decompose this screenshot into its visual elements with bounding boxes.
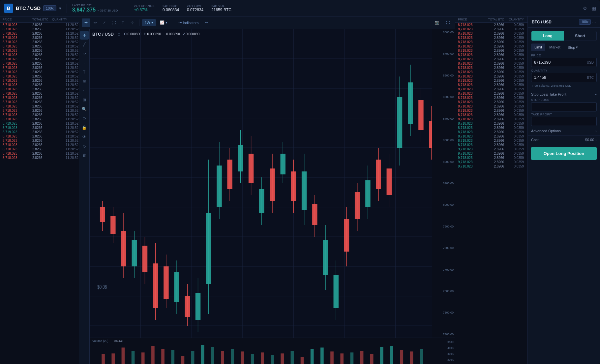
order-book-row[interactable]: 8,718.023 2.8266 0.0359	[455, 36, 527, 40]
cost-row[interactable]: Cost: $0.00 ›	[528, 136, 600, 144]
draw-measure[interactable]: ⊞	[80, 96, 89, 104]
order-book-row[interactable]: 8,718.023 2.8266 0.0359	[455, 138, 527, 143]
dropdown-arrow-icon[interactable]: ▾	[59, 6, 61, 11]
price-field[interactable]: 8716.390 USD	[531, 58, 597, 67]
draw-shapes[interactable]: ◇	[80, 142, 89, 150]
trade-row[interactable]: 8,718.023 2.8266 11:20:52	[0, 147, 79, 151]
long-tab[interactable]: Long	[531, 31, 564, 41]
order-more-icon[interactable]: ⋯	[592, 20, 596, 24]
trade-row[interactable]: 8,718.023 2.8266 11:20:52	[0, 83, 79, 87]
order-book-row[interactable]: 8,718.023 2.8266 0.0359	[455, 113, 527, 117]
trade-row[interactable]: 8,718.023 2.8266 11:20:52	[0, 134, 79, 138]
order-book-row[interactable]: 8,718.023 2.8266 0.0359	[455, 74, 527, 78]
order-book-row[interactable]: 8,718.023 2.8266 0.0359	[455, 134, 527, 138]
order-book-row[interactable]: 8,718.023 2.8266 0.0359	[455, 40, 527, 44]
trade-row[interactable]: 8,718.023 2.8266 11:20:52	[0, 108, 79, 113]
trade-row[interactable]: 8,718.023 2.8266 11:20:52	[0, 91, 79, 96]
trade-row[interactable]: 8,718.023 2.8266 11:20:52	[0, 36, 79, 40]
order-book-row[interactable]: 8,718.023 2.8266 0.0359	[455, 126, 527, 130]
order-leverage-badge[interactable]: 100x	[579, 19, 591, 25]
order-book-row[interactable]: 8,718.023 2.8266 0.0359	[455, 48, 527, 53]
trade-row[interactable]: 8,718.023 2.8266 11:20:52	[0, 100, 79, 104]
trade-row[interactable]: 8,719.023 2.8266 11:20:52	[0, 130, 79, 134]
trade-row[interactable]: 8,718.023 2.8266 11:20:52	[0, 27, 79, 31]
order-book-row[interactable]: 8,718.023 2.8266 0.0359	[455, 27, 527, 31]
order-book-row[interactable]: 8,718.023 2.8266 0.0359	[455, 117, 527, 121]
trade-row[interactable]: 8,718.023 2.8266 11:20:52	[0, 78, 79, 83]
settings-icon[interactable]: ⚙	[583, 6, 587, 11]
timeframe-btn[interactable]: 1W ▾	[142, 19, 156, 26]
order-book-row[interactable]: 8,718.023 2.8266 0.0359	[455, 57, 527, 61]
draw-crosshair[interactable]: ✛	[80, 31, 89, 40]
trade-row[interactable]: 8,718.023 2.8266 11:20:52	[0, 104, 79, 108]
take-profit-field[interactable]	[531, 117, 597, 126]
order-book-row[interactable]: 8,718.023 2.8266 0.0359	[455, 130, 527, 134]
draw-eye[interactable]: 👁	[80, 133, 89, 141]
trade-row[interactable]: 8,718.023 2.8266 11:20:52	[0, 96, 79, 100]
trade-row[interactable]: 8,718.023 2.8266 11:20:52	[0, 53, 79, 57]
limit-tab[interactable]: Limit	[531, 44, 545, 51]
fullscreen-btn[interactable]: ⛶	[443, 19, 452, 26]
draw-ray[interactable]: →	[80, 59, 89, 67]
order-book-row[interactable]: 8,718.023 2.8266 0.0359	[455, 100, 527, 104]
draw-line[interactable]: ╱	[80, 40, 89, 49]
order-book-row[interactable]: 8,718.023 2.8266 0.0359	[455, 78, 527, 83]
order-book-row[interactable]: 9,718.023 2.8266 0.0359	[455, 164, 527, 168]
draw-magnet[interactable]: ⊃	[80, 114, 89, 123]
order-book-row[interactable]: 8,718.023 2.8266 0.0359	[455, 96, 527, 100]
draw-delete[interactable]: 🗑	[80, 151, 89, 160]
order-book-row[interactable]: 9,718.023 2.8266 0.0359	[455, 156, 527, 160]
trade-row[interactable]: 8,718.023 2.8266 11:20:52	[0, 23, 79, 27]
quantity-field[interactable]: 1.4458 BTC	[531, 73, 597, 82]
text-tool[interactable]: T	[119, 18, 127, 27]
sl-tp-section-row[interactable]: Stop Loss/ Take Profit ▾	[528, 90, 600, 98]
order-book-row[interactable]: 8,718.023 2.8266 0.0359	[455, 53, 527, 57]
trade-row[interactable]: 8,718.023 2.8266 11:20:52	[0, 143, 79, 147]
order-book-row[interactable]: 8,718.023 2.8266 0.0359	[455, 83, 527, 87]
order-book-row[interactable]: 8,718.023 2.8266 0.0359	[455, 44, 527, 48]
draw-multi[interactable]: ⤻	[80, 49, 89, 58]
draw-text[interactable]: T	[80, 68, 89, 76]
order-book-row[interactable]: 8,718.023 2.8266 0.0359	[455, 91, 527, 96]
trade-row[interactable]: 8,718.023 2.8266 11:20:52	[0, 40, 79, 44]
draw-lock[interactable]: 🔒	[80, 123, 89, 132]
chart-canvas[interactable]: BTC / USD □ O 0.000890 H 0.000890 L 0.00…	[90, 29, 455, 364]
trade-row[interactable]: 8,719.023 2.8266 11:20:52	[0, 126, 79, 130]
order-book-row[interactable]: 8,718.023 2.8266 0.0359	[455, 66, 527, 70]
node-tool[interactable]: ⊹	[128, 18, 136, 27]
order-book-row[interactable]: 9,718.023 2.8266 0.0359	[455, 151, 527, 156]
trade-row[interactable]: 8,718.023 2.8266 11:20:52	[0, 151, 79, 156]
trade-row[interactable]: 8,718.023 2.8266 11:20:52	[0, 57, 79, 61]
trade-row[interactable]: 8,718.023 2.8266 11:20:52	[0, 31, 79, 36]
trade-row[interactable]: 8,718.023 2.8266 11:20:52	[0, 117, 79, 121]
trade-row[interactable]: 8,718.023 2.8266 11:20:52	[0, 48, 79, 53]
trade-row[interactable]: 8,718.023 2.8266 11:20:52	[0, 87, 79, 91]
trade-row[interactable]: 8,718.023 2.8266 11:20:52	[0, 66, 79, 70]
short-tab[interactable]: Short	[564, 31, 597, 41]
line-tool[interactable]: ∕	[100, 18, 109, 27]
pencil-tool[interactable]: ✏	[91, 18, 100, 27]
trade-row[interactable]: 8,718.023 2.8266 11:20:52	[0, 70, 79, 74]
order-book-row[interactable]: 8,718.023 2.8266 0.0359	[455, 143, 527, 147]
trade-row[interactable]: 8,718.023 2.8266 11:20:52	[0, 156, 79, 160]
order-book-row[interactable]: 9,718.023 2.8266 0.0359	[455, 160, 527, 164]
trade-row[interactable]: 8,718.023 2.8266 11:20:52	[0, 74, 79, 78]
order-book-row[interactable]: 8,718.023 2.8266 0.0359	[455, 23, 527, 27]
open-position-button[interactable]: Open Long Position	[531, 147, 597, 160]
leverage-badge[interactable]: 100x	[43, 5, 56, 11]
screenshot-btn[interactable]: 📷	[432, 19, 442, 26]
order-book-row[interactable]: 8,718.023 2.8266 0.0359	[455, 108, 527, 113]
advanced-options-row[interactable]: Advanced Options ›	[528, 126, 600, 136]
order-book-row[interactable]: 8,718.023 2.8266 0.0359	[455, 31, 527, 36]
indicators-btn[interactable]: 〜 Indicators	[176, 19, 201, 26]
order-book-row[interactable]: 8,718.023 2.8266 0.0359	[455, 121, 527, 126]
shapes-tool[interactable]: ⛶	[109, 18, 118, 27]
layout-icon[interactable]: ▦	[592, 6, 596, 11]
crosshair-tool[interactable]: ✛	[82, 18, 90, 27]
stop-loss-field[interactable]	[531, 102, 597, 111]
stop-tab[interactable]: Stop ▾	[564, 44, 581, 51]
draw-fib[interactable]: ≋	[80, 77, 89, 86]
order-book-row[interactable]: 8,718.023 2.8266 0.0359	[455, 70, 527, 74]
order-book-row[interactable]: 8,718.023 2.8266 0.0359	[455, 87, 527, 91]
order-book-row[interactable]: 8,718.023 2.8266 0.0359	[455, 104, 527, 108]
